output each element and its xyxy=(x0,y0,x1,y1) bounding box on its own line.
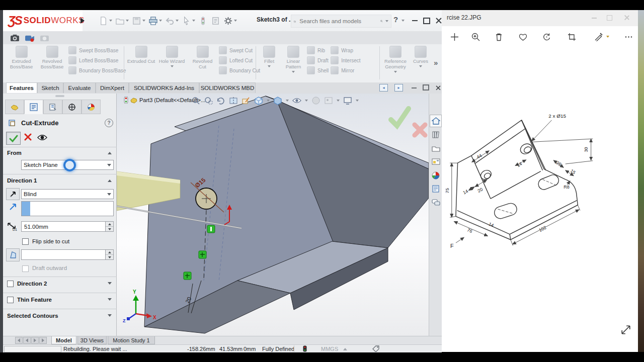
depth-spinner[interactable] xyxy=(105,222,113,231)
draft-button[interactable] xyxy=(6,248,20,261)
ribbon-extruded-cut[interactable]: Extruded Cut xyxy=(127,46,155,75)
print-button[interactable] xyxy=(148,16,162,26)
selected-contours-expand-icon[interactable] xyxy=(108,314,112,317)
ribbon-lofted-cut[interactable]: Lofted Cut xyxy=(219,56,260,65)
record-video-icon[interactable] xyxy=(25,34,35,42)
ribbon-revolved-boss-base[interactable]: Revolved Boss/Base xyxy=(38,46,66,75)
tab-feature-tree[interactable] xyxy=(5,100,24,114)
ribbon-draft[interactable]: Draft xyxy=(307,56,329,65)
apply-scene-caret-icon[interactable] xyxy=(337,100,340,102)
custom-properties-button[interactable] xyxy=(430,183,442,195)
graphics-viewport[interactable]: Ø15 20 Y X Z xyxy=(117,94,429,336)
save-button[interactable] xyxy=(132,16,145,26)
from-collapse-icon[interactable] xyxy=(108,152,112,154)
tab-evaluate[interactable]: Evaluate xyxy=(63,82,96,93)
section-view-icon[interactable] xyxy=(229,96,238,105)
search-input[interactable] xyxy=(298,18,378,25)
pm-help-button[interactable]: ? xyxy=(105,119,113,127)
photos-fullscreen-button[interactable] xyxy=(621,325,631,337)
units-caret-icon[interactable] xyxy=(343,348,347,350)
previous-pane-button[interactable]: ◂ xyxy=(379,84,388,92)
expand-menu-arrow-icon[interactable] xyxy=(78,14,87,27)
ribbon-shell[interactable]: Shell xyxy=(307,66,329,75)
next-pane-button[interactable]: ▸ xyxy=(394,84,403,92)
tab-configurations[interactable] xyxy=(43,100,62,114)
tab-scroll-buttons[interactable] xyxy=(15,337,47,344)
direction2-expand-icon[interactable] xyxy=(108,282,112,285)
file-properties-button[interactable] xyxy=(211,16,220,26)
favorite-button[interactable] xyxy=(517,31,528,42)
tab-dimxpert[interactable]: DimXpert xyxy=(96,82,129,93)
depth-field[interactable]: 51.00mm xyxy=(21,221,114,232)
close-document-button[interactable] xyxy=(435,84,441,90)
tab-model[interactable]: Model xyxy=(51,336,76,344)
see-more-button[interactable] xyxy=(623,31,634,42)
add-to-button[interactable] xyxy=(449,31,460,42)
tab-3d-views[interactable]: 3D Views xyxy=(77,336,107,344)
confirm-cancel-icon[interactable] xyxy=(415,125,425,135)
zoom-to-fit-icon[interactable] xyxy=(191,96,200,105)
task-pane-home-button[interactable] xyxy=(430,115,442,127)
direction1-collapse-icon[interactable] xyxy=(108,179,112,182)
ribbon-revolved-cut[interactable]: Revolved Cut xyxy=(188,46,217,75)
ribbon-linear-pattern[interactable]: Linear Pattern xyxy=(282,46,305,75)
rebuild-button[interactable] xyxy=(198,16,208,26)
apply-scene-icon[interactable] xyxy=(324,96,333,105)
ribbon-overflow-button[interactable]: » xyxy=(434,58,438,67)
search-scope-icon[interactable] xyxy=(294,18,296,25)
tab-solidworks-addins[interactable]: SOLIDWORKS Add-Ins xyxy=(129,82,199,93)
tab-solidworks-mbd[interactable]: SOLIDWORKS MBD xyxy=(199,82,256,93)
search-icon[interactable] xyxy=(380,17,383,25)
pm-ok-button[interactable] xyxy=(6,132,21,145)
view-orientation-caret-icon[interactable] xyxy=(267,100,270,102)
display-style-caret-icon[interactable] xyxy=(286,100,289,102)
search-options-caret-icon[interactable] xyxy=(385,20,388,22)
new-file-button[interactable] xyxy=(99,16,112,26)
file-explorer-button[interactable] xyxy=(430,142,442,154)
options-button[interactable] xyxy=(223,16,237,26)
units-selector[interactable]: MMGS xyxy=(321,346,338,352)
direction2-checkbox[interactable] xyxy=(7,281,14,287)
ribbon-boundary-boss-base[interactable]: Boundary Boss/Base xyxy=(68,66,126,75)
ribbon-swept-cut[interactable]: Swept Cut xyxy=(219,46,260,55)
ribbon-hole-wizard[interactable]: Hole Wizard xyxy=(157,46,186,75)
direction1-section-header[interactable]: Direction 1 xyxy=(7,177,37,184)
hide-show-caret-icon[interactable] xyxy=(305,100,308,102)
zoom-button[interactable] xyxy=(470,31,481,42)
reverse-direction-button[interactable] xyxy=(6,188,20,200)
crop-button[interactable] xyxy=(566,31,577,42)
panel-splitter-handle[interactable] xyxy=(55,95,64,97)
ribbon-swept-boss-base[interactable]: Swept Boss/Base xyxy=(68,46,126,55)
ribbon-intersect[interactable]: Intersect xyxy=(331,56,360,65)
thin-feature-expand-icon[interactable] xyxy=(108,298,112,301)
tab-features[interactable]: Features xyxy=(6,82,37,93)
tab-dimxpert-manager[interactable] xyxy=(62,100,82,114)
tag-icon[interactable] xyxy=(372,345,380,352)
sketch-icon[interactable] xyxy=(242,96,251,105)
undo-button[interactable] xyxy=(165,16,179,26)
screenshot-camera-icon[interactable] xyxy=(10,34,20,42)
view-palette-button[interactable] xyxy=(430,155,442,168)
ribbon-mirror[interactable]: Mirror xyxy=(331,66,360,75)
restore-document-button[interactable] xyxy=(423,84,429,90)
ribbon-boundary-cut[interactable]: Boundary Cut xyxy=(219,66,260,75)
thin-feature-section-header[interactable]: Thin Feature xyxy=(17,297,52,303)
view-orientation-icon[interactable] xyxy=(254,96,263,105)
end-condition-dropdown[interactable]: Blind xyxy=(21,189,114,199)
ribbon-wrap[interactable]: Wrap xyxy=(331,46,360,55)
help-caret-icon[interactable] xyxy=(401,20,405,22)
ribbon-reference-geometry[interactable]: Reference Geometry xyxy=(382,46,409,73)
pm-cancel-button[interactable] xyxy=(24,133,32,143)
display-style-icon[interactable] xyxy=(273,96,282,105)
hide-show-items-icon[interactable] xyxy=(292,96,301,105)
thin-feature-checkbox[interactable] xyxy=(7,297,14,303)
draft-angle-field[interactable] xyxy=(21,249,114,260)
confirm-check-icon[interactable] xyxy=(391,109,409,126)
maximize-button[interactable] xyxy=(423,17,431,24)
previous-view-icon[interactable] xyxy=(216,96,225,105)
selected-contours-header[interactable]: Selected Contours xyxy=(7,313,58,319)
ribbon-fillet[interactable]: Fillet xyxy=(259,46,280,75)
tab-motion-study[interactable]: Motion Study 1 xyxy=(108,336,155,344)
rotate-button[interactable] xyxy=(541,31,552,42)
tab-property-manager[interactable] xyxy=(24,100,43,114)
